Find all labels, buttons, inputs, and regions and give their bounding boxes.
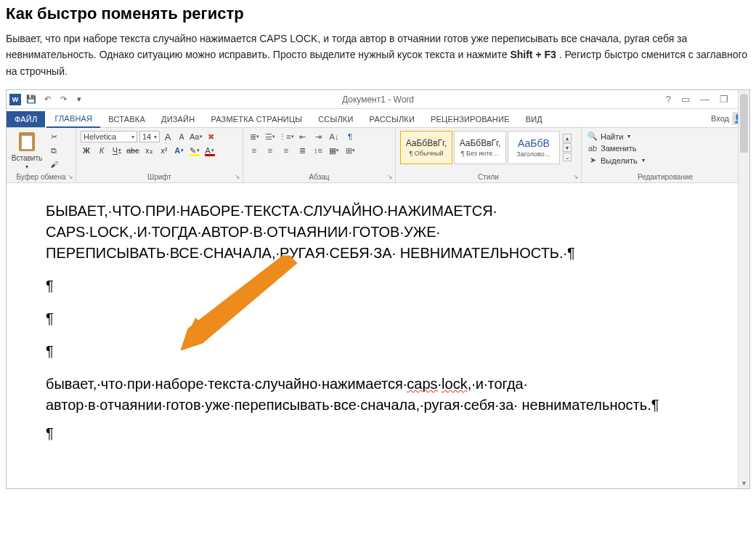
tab-file[interactable]: ФАЙЛ bbox=[7, 111, 45, 127]
cut-button[interactable]: ✂ bbox=[47, 131, 60, 142]
group-editing: 🔍Найти▾ abЗаменить ➤Выделить▾ Редактиров… bbox=[582, 128, 749, 182]
save-button[interactable]: 💾 bbox=[25, 94, 37, 105]
shading-button[interactable]: ▦▾ bbox=[328, 145, 341, 156]
strike-button[interactable]: abc bbox=[126, 145, 139, 156]
minimize-button[interactable]: — bbox=[700, 94, 710, 105]
styles-launcher-icon[interactable]: ↘ bbox=[573, 173, 579, 180]
article-intro: Бывает, что при наборе текста случайно н… bbox=[0, 31, 756, 89]
vertical-scrollbar[interactable]: ▲ ▼ bbox=[738, 90, 749, 488]
styles-more[interactable]: ▴ ▾ ⌄ bbox=[563, 134, 572, 161]
superscript-button[interactable]: x² bbox=[158, 145, 170, 156]
styles-down-icon[interactable]: ▾ bbox=[563, 143, 572, 152]
tab-design[interactable]: ДИЗАЙН bbox=[153, 111, 203, 127]
align-right-button[interactable]: ≡ bbox=[280, 145, 293, 156]
svg-marker-0 bbox=[181, 256, 297, 350]
spell-error-lock[interactable]: lock bbox=[442, 376, 468, 392]
decrease-indent-button[interactable]: ⇤ bbox=[296, 131, 309, 142]
tab-layout[interactable]: РАЗМЕТКА СТРАНИЦЫ bbox=[203, 111, 310, 127]
clear-formatting-button[interactable]: ✖ bbox=[205, 131, 216, 142]
tab-review[interactable]: РЕЦЕНЗИРОВАНИЕ bbox=[423, 111, 518, 127]
tab-references[interactable]: ССЫЛКИ bbox=[310, 111, 361, 127]
restore-button[interactable]: ❐ bbox=[720, 94, 728, 105]
group-clipboard: Вставить ▾ ✂ ⧉ 🖌 Буфер обмена ↘ bbox=[7, 128, 76, 182]
search-icon: 🔍 bbox=[588, 132, 598, 141]
spell-error-caps[interactable]: caps bbox=[407, 376, 437, 392]
bullets-button[interactable]: ≣▾ bbox=[248, 131, 261, 142]
align-left-button[interactable]: ≡ bbox=[248, 145, 261, 156]
text-effects-button[interactable]: A▾ bbox=[174, 145, 185, 156]
document-title: Документ1 - Word bbox=[342, 94, 414, 105]
paste-label: Вставить bbox=[12, 154, 42, 162]
arrow-annotation-icon bbox=[174, 249, 304, 350]
font-launcher-icon[interactable]: ↘ bbox=[235, 173, 240, 180]
select-button[interactable]: ➤Выделить▾ bbox=[586, 155, 744, 166]
styles-expand-icon[interactable]: ⌄ bbox=[563, 153, 572, 161]
numbering-button[interactable]: ☰▾ bbox=[264, 131, 277, 142]
doc-pilcrow-2: ¶ bbox=[46, 308, 713, 329]
borders-button[interactable]: ⊞▾ bbox=[344, 145, 357, 156]
group-font: Helvetica▾ 14▾ A A Aa▾ ✖ Ж К Ч▾ abc x₂ x… bbox=[76, 128, 243, 182]
sort-button[interactable]: A↓ bbox=[328, 131, 341, 142]
shrink-font-button[interactable]: A bbox=[176, 131, 187, 142]
line-spacing-button[interactable]: ↕≡ bbox=[312, 145, 325, 156]
qat-more-icon[interactable]: ▾ bbox=[73, 94, 85, 105]
scrollbar-thumb[interactable] bbox=[740, 94, 748, 153]
highlight-button[interactable]: ✎▾ bbox=[189, 145, 200, 156]
change-case-button[interactable]: Aa▾ bbox=[190, 131, 203, 142]
justify-button[interactable]: ≣ bbox=[296, 145, 309, 156]
tab-insert[interactable]: ВСТАВКА bbox=[100, 111, 153, 127]
replace-button[interactable]: abЗаменить bbox=[586, 143, 744, 153]
help-button[interactable]: ? bbox=[666, 94, 671, 105]
replace-icon: ab bbox=[588, 144, 598, 153]
style-normal[interactable]: АаБбВвГг, ¶ Обычный bbox=[400, 131, 452, 164]
doc-paragraph-upper: БЫВАЕТ,·ЧТО·ПРИ·НАБОРЕ·ТЕКСТА·СЛУЧАЙНО·Н… bbox=[46, 201, 713, 264]
group-editing-label: Редактирование bbox=[586, 172, 744, 181]
italic-button[interactable]: К bbox=[96, 145, 107, 156]
show-marks-button[interactable]: ¶ bbox=[344, 131, 357, 142]
increase-indent-button[interactable]: ⇥ bbox=[312, 131, 325, 142]
paragraph-launcher-icon[interactable]: ↘ bbox=[387, 173, 393, 180]
group-styles: АаБбВвГг, ¶ Обычный АаБбВвГг, ¶ Без инте… bbox=[396, 128, 582, 182]
underline-button[interactable]: Ч▾ bbox=[111, 145, 123, 156]
copy-button[interactable]: ⧉ bbox=[47, 145, 60, 156]
bold-button[interactable]: Ж bbox=[81, 145, 92, 156]
group-styles-label: Стили bbox=[400, 172, 577, 181]
undo-button[interactable]: ↶ bbox=[41, 94, 53, 105]
group-clipboard-label: Буфер обмена bbox=[11, 172, 71, 181]
doc-pilcrow-3: ¶ bbox=[46, 341, 713, 362]
multilevel-button[interactable]: ⋮≡▾ bbox=[280, 131, 293, 142]
tab-home[interactable]: ГЛАВНАЯ bbox=[46, 110, 100, 128]
align-center-button[interactable]: ≡ bbox=[264, 145, 277, 156]
doc-pilcrow-1: ¶ bbox=[46, 275, 713, 297]
word-window: W 💾 ↶ ↷ ▾ Документ1 - Word ? ▭ — ❐ ✕ ФАЙ… bbox=[6, 89, 750, 489]
tab-mailings[interactable]: РАССЫЛКИ bbox=[362, 111, 423, 127]
grow-font-button[interactable]: A bbox=[162, 131, 174, 142]
ribbon-display-button[interactable]: ▭ bbox=[681, 94, 690, 105]
redo-button[interactable]: ↷ bbox=[57, 94, 69, 105]
ribbon: Вставить ▾ ✂ ⧉ 🖌 Буфер обмена ↘ Helvetic… bbox=[7, 128, 749, 183]
paste-button[interactable]: Вставить ▾ bbox=[11, 131, 43, 170]
app-icon[interactable]: W bbox=[9, 94, 21, 105]
font-name-combo[interactable]: Helvetica▾ bbox=[81, 131, 137, 142]
style-heading1[interactable]: АаБбВ Заголово… bbox=[508, 131, 560, 164]
document-area[interactable]: БЫВАЕТ,·ЧТО·ПРИ·НАБОРЕ·ТЕКСТА·СЛУЧАЙНО·Н… bbox=[7, 183, 749, 488]
hotkey-label: Shift + F3 bbox=[510, 49, 556, 60]
subscript-button[interactable]: x₂ bbox=[143, 145, 155, 156]
find-button[interactable]: 🔍Найти▾ bbox=[586, 131, 744, 142]
titlebar: W 💾 ↶ ↷ ▾ Документ1 - Word ? ▭ — ❐ ✕ bbox=[7, 90, 749, 109]
paste-icon bbox=[17, 132, 37, 153]
ribbon-tabs: ФАЙЛ ГЛАВНАЯ ВСТАВКА ДИЗАЙН РАЗМЕТКА СТР… bbox=[7, 109, 749, 128]
style-nospace[interactable]: АаБбВвГг, ¶ Без инте… bbox=[454, 131, 506, 164]
scroll-down-icon[interactable]: ▼ bbox=[739, 478, 749, 488]
format-painter-button[interactable]: 🖌 bbox=[47, 158, 60, 170]
font-size-combo[interactable]: 14▾ bbox=[139, 131, 160, 142]
font-color-button[interactable]: A▾ bbox=[204, 145, 216, 156]
styles-up-icon[interactable]: ▴ bbox=[563, 134, 572, 142]
quick-access-toolbar: 💾 ↶ ↷ ▾ bbox=[25, 94, 85, 105]
article-title: Как быстро поменять регистр bbox=[0, 0, 756, 31]
window-controls: ? ▭ — ❐ ✕ bbox=[666, 94, 747, 105]
doc-pilcrow-4: ¶ bbox=[46, 423, 713, 444]
tab-view[interactable]: ВИД bbox=[518, 111, 550, 127]
cursor-icon: ➤ bbox=[588, 156, 598, 165]
clipboard-launcher-icon[interactable]: ↘ bbox=[68, 173, 73, 180]
